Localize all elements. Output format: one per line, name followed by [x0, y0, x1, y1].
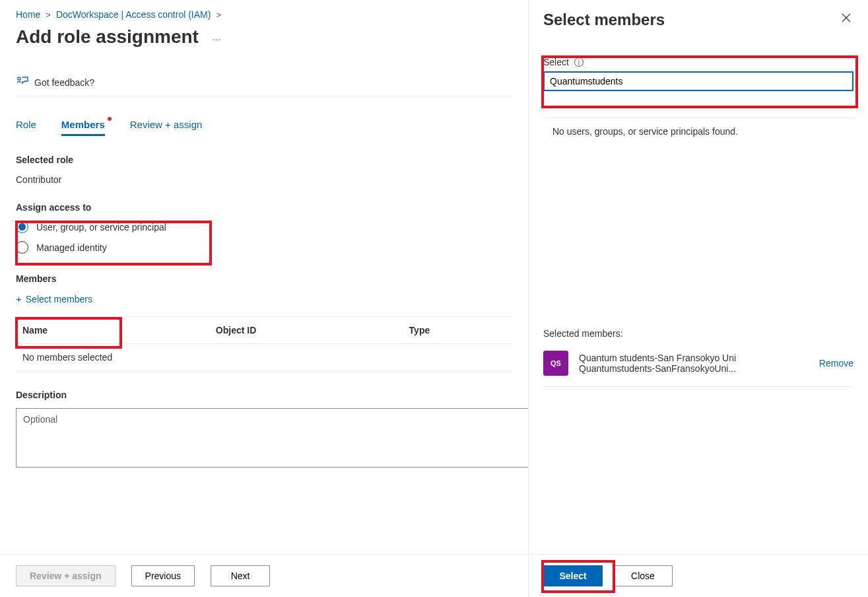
- breadcrumb-home[interactable]: Home: [16, 9, 40, 20]
- panel-close-button[interactable]: Close: [613, 565, 673, 586]
- breadcrumb-workspace[interactable]: DocWorkspace | Access control (IAM): [56, 9, 211, 20]
- radio-label-managed-identity: Managed identity: [36, 242, 107, 253]
- member-search-input[interactable]: [543, 71, 853, 91]
- select-members-panel: Select members Select i No users, groups…: [528, 0, 868, 597]
- selected-member-row: QS Quantum students-San Fransokyo Uni Qu…: [543, 351, 853, 387]
- feedback-label: Got feedback?: [34, 77, 94, 88]
- description-placeholder: Optional: [23, 414, 57, 425]
- tab-review[interactable]: Review + assign: [130, 119, 203, 136]
- svg-point-0: [18, 77, 20, 80]
- next-button[interactable]: Next: [211, 565, 270, 586]
- feedback-icon: [16, 75, 29, 89]
- more-menu-icon[interactable]: …: [212, 32, 222, 42]
- panel-title: Select members: [543, 11, 665, 29]
- chevron-right-icon: >: [46, 10, 51, 20]
- chevron-right-icon: >: [216, 10, 221, 20]
- previous-button[interactable]: Previous: [131, 565, 195, 586]
- review-assign-button: Review + assign: [16, 565, 116, 586]
- radio-selected-icon: [16, 221, 28, 233]
- selected-role-value: Contributor: [16, 174, 512, 185]
- main-footer: Review + assign Previous Next: [0, 554, 528, 597]
- selected-members-label: Selected members:: [543, 328, 853, 339]
- avatar: QS: [543, 351, 568, 376]
- selected-role-label: Selected role: [16, 155, 512, 165]
- members-col-objectid: Object ID: [216, 325, 409, 335]
- panel-footer: Select Close: [529, 554, 868, 597]
- tab-members[interactable]: Members: [61, 119, 105, 136]
- tabs: Role Members Review + assign: [16, 119, 512, 136]
- info-icon[interactable]: i: [574, 57, 584, 67]
- members-label: Members: [16, 273, 512, 284]
- radio-label-user-group: User, group, or service principal: [36, 222, 166, 232]
- select-members-label: Select members: [26, 294, 92, 304]
- member-principal-name: Quantumstudents-SanFransokyoUni...: [579, 363, 757, 374]
- select-members-link[interactable]: + Select members: [16, 293, 512, 304]
- assign-access-label: Assign access to: [16, 202, 512, 213]
- feedback-link[interactable]: Got feedback?: [16, 75, 512, 96]
- description-input[interactable]: Optional: [16, 408, 534, 468]
- member-display-name: Quantum students-San Fransokyo Uni: [579, 353, 819, 363]
- tab-members-label: Members: [61, 119, 105, 130]
- notification-dot-icon: [108, 117, 112, 121]
- tab-role[interactable]: Role: [16, 119, 36, 136]
- members-col-type: Type: [409, 325, 506, 335]
- description-label: Description: [16, 390, 512, 400]
- page-title: Add role assignment: [16, 26, 199, 48]
- no-results-text: No users, groups, or service principals …: [543, 118, 853, 137]
- panel-select-label: Select: [543, 57, 569, 67]
- radio-unselected-icon: [16, 241, 28, 254]
- radio-user-group-principal[interactable]: User, group, or service principal: [16, 221, 512, 233]
- panel-select-button[interactable]: Select: [543, 565, 603, 586]
- breadcrumb: Home > DocWorkspace | Access control (IA…: [16, 9, 512, 25]
- members-empty-text: No members selected: [16, 344, 512, 371]
- close-icon[interactable]: [839, 11, 853, 28]
- members-col-name: Name: [22, 325, 216, 335]
- remove-member-link[interactable]: Remove: [819, 358, 853, 369]
- plus-icon: +: [16, 293, 22, 304]
- members-table: Name Object ID Type No members selected: [16, 316, 512, 371]
- radio-managed-identity[interactable]: Managed identity: [16, 241, 512, 254]
